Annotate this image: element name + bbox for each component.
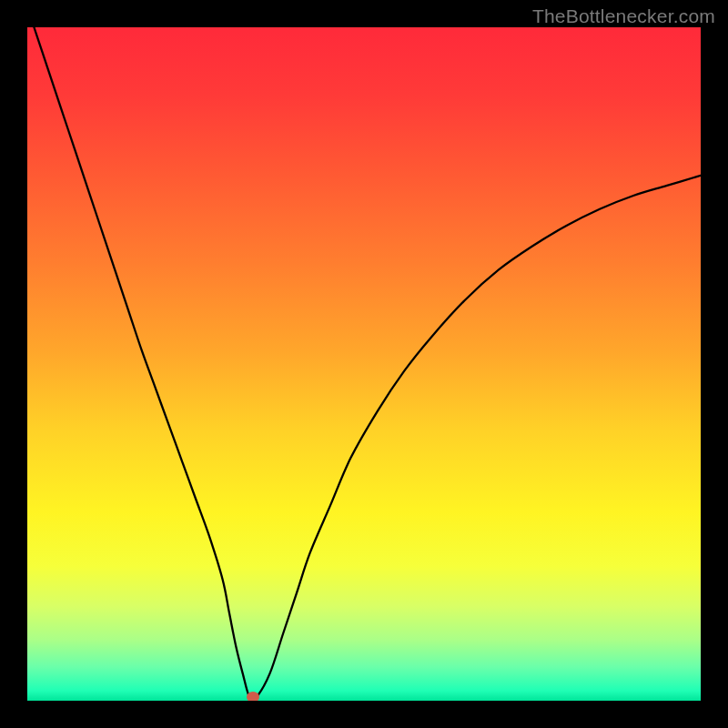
- optimal-point-marker: [247, 692, 259, 701]
- attribution-text: TheBottlenecker.com: [532, 5, 715, 27]
- chart-container: TheBottlenecker.com: [0, 0, 728, 728]
- plot-area: [27, 27, 701, 701]
- bottleneck-curve: [27, 27, 701, 701]
